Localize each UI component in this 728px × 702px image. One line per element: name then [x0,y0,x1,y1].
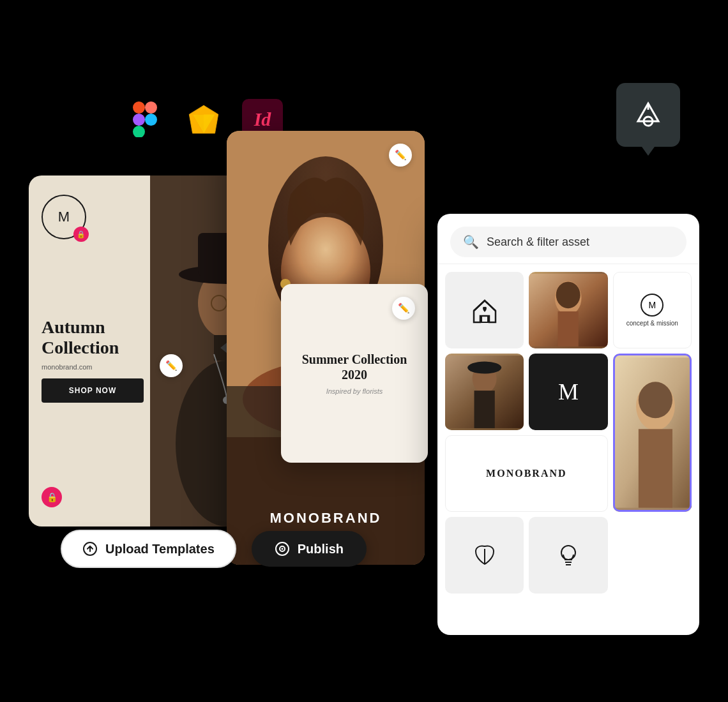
lock-badge-top: 🔒 [73,227,89,242]
edit-pencil-portrait[interactable]: ✏️ [389,144,412,167]
asset-concept-card[interactable]: M concept & mission [613,272,692,348]
concept-text: concept & mission [626,319,678,327]
asset-panel: 🔍 Search & filter asset [437,214,699,635]
bulb-svg [554,541,582,569]
monobrand-portrait-label: MONOBRAND [227,510,425,526]
svg-point-46 [636,382,675,430]
autumn-logo: M 🔒 [42,195,86,239]
action-buttons: Upload Templates Publish [61,530,367,568]
svg-rect-40 [558,311,579,347]
asset-leaf-icon[interactable] [445,517,524,594]
leaf-svg [471,541,499,569]
svg-point-54 [281,548,283,550]
summer-card: ✏️ Summer Collection 2020 Inspired by fl… [281,284,428,463]
svg-point-4 [145,114,157,126]
svg-rect-44 [474,391,495,428]
autumn-title: Autumn Collection [42,317,144,358]
woman-asset-svg [529,272,607,348]
asset-monobrand-text[interactable]: MONOBRAND [445,435,608,512]
upload-templates-button[interactable]: Upload Templates [61,530,236,568]
edit-pencil-summer[interactable]: ✏️ [392,297,415,320]
house-svg [469,294,501,326]
sketch-icon [183,99,224,140]
bottom-lock-badge: 🔒 [42,487,62,507]
main-scene: Id [29,48,699,654]
search-box[interactable]: 🔍 Search & filter asset [450,227,686,257]
portrait-small-svg [613,354,692,512]
asset-bulb-icon[interactable] [529,517,607,594]
autumn-text-block: Autumn Collection monobrand.com SHOP NOW [42,317,144,403]
asset-photo-woman[interactable] [529,272,607,348]
autumn-cta: SHOP NOW [42,378,144,403]
publish-button[interactable]: Publish [252,531,367,567]
brand-hub-icon [616,83,680,147]
asset-portrait-small[interactable] [613,354,692,512]
summer-subtitle: Inspired by florists [326,387,383,395]
asset-search-bar[interactable]: 🔍 Search & filter asset [437,214,699,264]
svg-point-50 [561,546,575,560]
svg-rect-1 [145,101,157,114]
summer-title: Summer Collection 2020 [296,352,413,382]
asset-monogram[interactable]: M [529,354,607,430]
svg-rect-0 [133,101,145,114]
svg-point-47 [639,382,672,418]
asset-photo-man2[interactable] [445,354,524,430]
concept-logo: M [641,294,664,317]
svg-point-39 [556,281,580,308]
svg-marker-9 [193,105,215,114]
upload-label: Upload Templates [105,542,215,556]
svg-point-43 [467,362,501,374]
search-icon: 🔍 [463,234,479,250]
man2-asset-svg [445,354,524,430]
indesign-label: Id [254,108,271,130]
svg-rect-45 [613,357,692,507]
asset-house-icon[interactable] [445,272,524,348]
svg-rect-2 [133,114,145,126]
publish-label: Publish [298,542,344,556]
asset-grid: M concept & mission [437,264,699,601]
search-text: Search & filter asset [487,235,589,249]
publish-icon [275,541,290,556]
autumn-content: M 🔒 Autumn Collection monobrand.com SHOP… [29,176,156,526]
svg-rect-48 [639,429,672,507]
autumn-subtitle: monobrand.com [42,363,144,371]
edit-pencil-autumn[interactable]: ✏️ [160,354,183,377]
upload-icon [82,541,98,556]
figma-icon [125,99,165,140]
svg-rect-3 [133,126,145,137]
